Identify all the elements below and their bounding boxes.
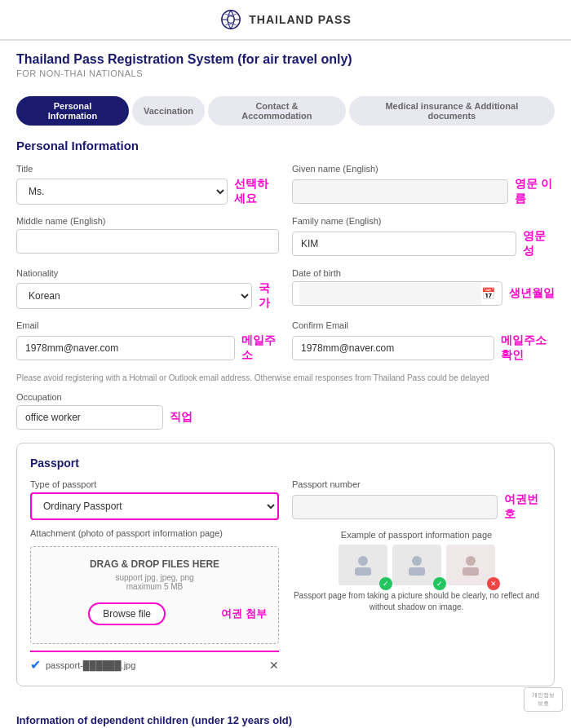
page-header: Thailand Pass Registration System (for a… [0,41,571,85]
svg-rect-9 [463,567,479,576]
passport-type-select[interactable]: Ordinary Passport [30,492,279,520]
svg-point-4 [358,556,368,566]
given-name-label: Given name (English) [292,164,555,174]
middle-name-input[interactable] [16,229,279,254]
confirm-email-input[interactable] [292,336,494,360]
given-name-korean-annotation: 영문 이름 [515,177,555,206]
dob-input[interactable] [299,282,481,305]
occupation-korean-annotation: 직업 [170,410,193,425]
max-size-text: maximum 5 MB [42,582,267,591]
header-title: THAILAND PASS [249,13,352,26]
confirm-email-label: Confirm Email [292,320,555,330]
calendar-icon: 📅 [481,287,495,300]
nationality-label: Nationality [16,268,279,278]
passport-example-ok-1: ✓ [339,545,387,585]
browse-file-button[interactable]: Browse file [88,602,166,625]
passport-type-label: Type of passport [30,479,279,489]
family-name-col: Family name (English) 영문 성 [292,216,555,258]
nationality-korean-annotation: 국가 [259,281,279,311]
family-name-korean-annotation: 영문 성 [523,229,555,258]
step-vaccination[interactable]: Vaccination [132,96,205,126]
recaptcha-badge: 개인정보보호 [524,687,563,712]
header: THAILAND PASS [0,0,571,40]
passport-example-title: Example of passport information page [292,530,541,540]
step-personal-information[interactable]: Personal Information [16,96,129,126]
family-name-label: Family name (English) [292,216,555,226]
dob-korean-annotation: 생년월일 [509,286,555,301]
page-subtitle: FOR NON-THAI NATIONALS [16,68,555,78]
title-given-name-row: Title Ms. 선택하세요 Given name (English) 영문 … [16,164,555,206]
occupation-label: Occupation [16,392,279,402]
attachment-area: DRAG & DROP FILES HERE support jpg, jpeg… [30,546,279,644]
file-name-text: passport-██████.jpg [46,660,264,670]
nationality-dob-row: Nationality Korean 국가 Date of birth 📅 생년… [16,268,555,311]
dependent-section: Information of dependent children (under… [0,703,571,728]
passport-number-input[interactable] [292,495,498,519]
file-remove-button[interactable]: ✕ [269,659,279,672]
uploaded-file-row: ✔ passport-██████.jpg ✕ [30,651,279,673]
personal-info-title: Personal Information [16,139,555,152]
email-row: Email 메일주소 Confirm Email 메일주소 확인 [16,320,555,363]
check-badge-1: ✓ [379,577,392,590]
occupation-row: Occupation 직업 [16,392,555,430]
title-select[interactable]: Ms. [16,179,228,205]
passport-title: Passport [30,457,541,470]
svg-point-8 [466,556,476,566]
title-label: Title [16,164,279,174]
confirm-email-col: Confirm Email 메일주소 확인 [292,320,555,363]
title-col: Title Ms. 선택하세요 [16,164,279,206]
support-text: support jpg, jpeg, png [42,573,267,582]
confirm-email-korean-annotation: 메일주소 확인 [501,333,555,363]
passport-number-korean-annotation: 여권번호 [504,492,541,522]
check-badge-2: ✓ [433,577,446,590]
drag-drop-text: DRAG & DROP FILES HERE [42,558,267,570]
attachment-label: Attachment (photo of passport informatio… [30,528,279,538]
email-label: Email [16,320,279,330]
main-content: Personal Information Title Ms. 선택하세요 Giv… [0,126,571,703]
steps-container: Personal Information Vaccination Contact… [0,85,571,126]
svg-point-6 [412,556,422,566]
middle-family-name-row: Middle name (English) Family name (Engli… [16,216,555,258]
occupation-col: Occupation 직업 [16,392,279,430]
given-name-input[interactable] [292,179,508,204]
recaptcha-label: 개인정보보호 [529,691,557,708]
title-korean-annotation: 선택하세요 [234,177,279,206]
passport-number-label: Passport number [292,479,541,489]
passport-col-right: Passport number 여권번호 Example of passport… [292,479,541,673]
thailand-pass-logo-icon [219,8,242,31]
passport-example: Example of passport information page ✓ [292,530,541,613]
passport-note: Passport page from taking a picture shou… [292,590,541,613]
nationality-col: Nationality Korean 국가 [16,268,279,311]
email-note: Please avoid registering with a Hotmail … [16,373,555,384]
email-input[interactable] [16,336,235,360]
step-contact-accommodation[interactable]: Contact & Accommodation [208,96,346,126]
file-check-icon: ✔ [30,657,41,673]
nationality-select[interactable]: Korean [16,283,252,309]
passport-row: Type of passport Ordinary Passport Attac… [30,479,541,673]
dependent-title: Information of dependent children (under… [16,714,555,726]
svg-rect-5 [355,567,371,576]
occupation-input[interactable] [16,405,163,430]
email-korean-annotation: 메일주소 [241,333,279,363]
dob-label: Date of birth [292,268,555,278]
passport-example-ok-2: ✓ [392,545,441,585]
passport-col-left: Type of passport Ordinary Passport Attac… [30,479,279,673]
page-main-title: Thailand Pass Registration System (for a… [16,52,555,67]
given-name-col: Given name (English) 영문 이름 [292,164,555,206]
browse-korean-annotation: 여권 첨부 [221,607,267,621]
svg-rect-7 [409,567,425,576]
step-medical-insurance[interactable]: Medical insurance & Additional documents [349,96,555,126]
passport-example-images: ✓ ✓ [292,545,541,585]
middle-name-col: Middle name (English) [16,216,279,258]
svg-point-1 [228,16,234,23]
passport-section: Passport Type of passport Ordinary Passp… [16,443,555,686]
passport-example-bad: ✕ [446,545,495,585]
middle-name-label: Middle name (English) [16,216,279,226]
family-name-input[interactable] [292,232,516,256]
x-badge: ✕ [487,577,500,590]
dob-col: Date of birth 📅 생년월일 [292,268,555,311]
email-col: Email 메일주소 [16,320,279,363]
